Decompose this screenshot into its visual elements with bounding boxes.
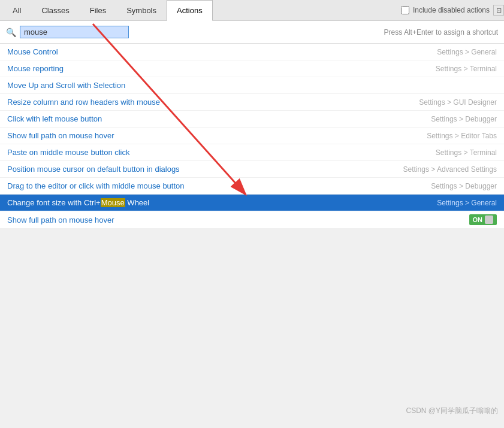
expand-button[interactable]: ⊡ bbox=[493, 5, 504, 16]
setting-path: Settings > Terminal bbox=[436, 65, 497, 73]
results-list: Mouse Control Settings > General Mouse r… bbox=[0, 44, 504, 229]
tab-classes[interactable]: Classes bbox=[31, 0, 79, 21]
action-name-selected: Change font size with Ctrl+Mouse Wheel bbox=[7, 198, 149, 207]
action-name: Position mouse cursor on default button … bbox=[7, 165, 180, 174]
include-disabled-label: Include disabled actions bbox=[413, 6, 490, 14]
tab-bar: All Classes Files Symbols Actions Includ… bbox=[0, 0, 504, 21]
result-row[interactable]: Click with left mouse button Settings > … bbox=[0, 111, 504, 128]
setting-path: Settings > General bbox=[437, 48, 497, 56]
search-input[interactable] bbox=[20, 26, 129, 38]
result-row[interactable]: Position mouse cursor on default button … bbox=[0, 161, 504, 178]
watermark: CSDN @Y同学脑瓜子嗡嗡的 bbox=[406, 406, 498, 416]
setting-path: Settings > Terminal bbox=[436, 148, 497, 157]
result-row[interactable]: Show full path on mouse hover Settings >… bbox=[0, 128, 504, 144]
setting-path: Settings > Debugger bbox=[431, 182, 497, 190]
setting-path: Settings > Debugger bbox=[431, 115, 497, 123]
action-name: Mouse Control bbox=[7, 47, 58, 56]
action-name: Mouse reporting bbox=[7, 64, 64, 73]
action-name: Click with left mouse button bbox=[7, 114, 102, 123]
result-row-selected[interactable]: Change font size with Ctrl+Mouse Wheel S… bbox=[0, 195, 504, 211]
tab-all[interactable]: All bbox=[2, 0, 31, 21]
action-name: Paste on middle mouse button click bbox=[7, 148, 130, 157]
include-disabled-area: Include disabled actions ⊡ bbox=[401, 5, 504, 16]
search-bar: 🔍 Press Alt+Enter to assign a shortcut bbox=[0, 21, 504, 44]
setting-path-selected: Settings > General bbox=[437, 199, 497, 207]
result-row[interactable]: Paste on middle mouse button click Setti… bbox=[0, 144, 504, 161]
search-hint: Press Alt+Enter to assign a shortcut bbox=[384, 28, 498, 37]
result-row[interactable]: Mouse Control Settings > General bbox=[0, 44, 504, 60]
search-icon: 🔍 bbox=[6, 28, 16, 37]
setting-path: Settings > GUI Designer bbox=[419, 98, 497, 107]
action-name: Show full path on mouse hover bbox=[7, 131, 114, 140]
action-name-toggle: Show full path on mouse hover bbox=[7, 215, 114, 224]
result-row[interactable]: Mouse reporting Settings > Terminal bbox=[0, 60, 504, 77]
result-row[interactable]: Resize column and row headers with mouse… bbox=[0, 94, 504, 111]
setting-path: Settings > Editor Tabs bbox=[427, 132, 497, 140]
action-name: Drag to the editor or click with middle … bbox=[7, 181, 185, 190]
toggle-on-badge[interactable]: ON bbox=[469, 214, 497, 225]
tab-actions[interactable]: Actions bbox=[167, 0, 213, 21]
setting-path: Settings > Advanced Settings bbox=[403, 165, 497, 174]
toggle-slider bbox=[485, 215, 493, 224]
result-row[interactable]: Drag to the editor or click with middle … bbox=[0, 178, 504, 195]
result-row[interactable]: Move Up and Scroll with Selection bbox=[0, 77, 504, 94]
action-name: Resize column and row headers with mouse bbox=[7, 98, 160, 107]
include-disabled-checkbox[interactable] bbox=[401, 6, 409, 14]
result-row-toggle[interactable]: Show full path on mouse hover ON bbox=[0, 211, 504, 229]
tab-symbols[interactable]: Symbols bbox=[116, 0, 167, 21]
tab-files[interactable]: Files bbox=[80, 0, 116, 21]
highlight-text: Mouse bbox=[101, 198, 125, 207]
setting-path-toggle: ON bbox=[469, 214, 497, 225]
action-name: Move Up and Scroll with Selection bbox=[7, 81, 125, 90]
